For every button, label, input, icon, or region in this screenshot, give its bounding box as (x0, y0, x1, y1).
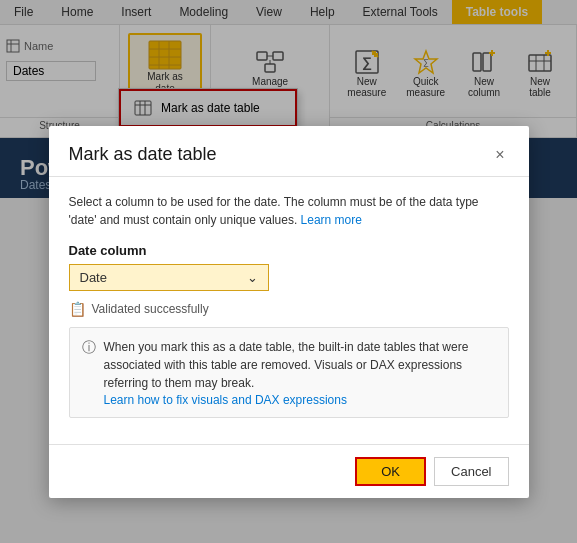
modal-title: Mark as date table (69, 144, 217, 165)
fix-visuals-link[interactable]: Learn how to fix visuals and DAX express… (104, 393, 347, 407)
modal-footer: OK Cancel (49, 444, 529, 498)
date-column-select[interactable]: Date ⌄ (69, 264, 269, 291)
validated-text: Validated successfully (92, 302, 209, 316)
info-text: When you mark this as a date table, the … (104, 340, 469, 390)
modal-close-button[interactable]: × (491, 142, 508, 168)
validated-row: 📋 Validated successfully (69, 301, 509, 317)
chevron-down-icon: ⌄ (247, 270, 258, 285)
modal-overlay: Mark as date table × Select a column to … (0, 0, 577, 543)
modal-body: Select a column to be used for the date.… (49, 177, 529, 444)
info-box: ⓘ When you mark this as a date table, th… (69, 327, 509, 418)
date-select-value: Date (80, 270, 107, 285)
modal-description: Select a column to be used for the date.… (69, 193, 509, 229)
ok-button[interactable]: OK (355, 457, 426, 486)
date-column-label: Date column (69, 243, 509, 258)
learn-more-link[interactable]: Learn more (301, 213, 362, 227)
info-row: ⓘ When you mark this as a date table, th… (82, 338, 496, 407)
validate-icon: 📋 (69, 301, 86, 317)
cancel-button[interactable]: Cancel (434, 457, 508, 486)
modal-header: Mark as date table × (49, 126, 529, 177)
mark-date-modal: Mark as date table × Select a column to … (49, 126, 529, 498)
info-icon: ⓘ (82, 339, 96, 357)
